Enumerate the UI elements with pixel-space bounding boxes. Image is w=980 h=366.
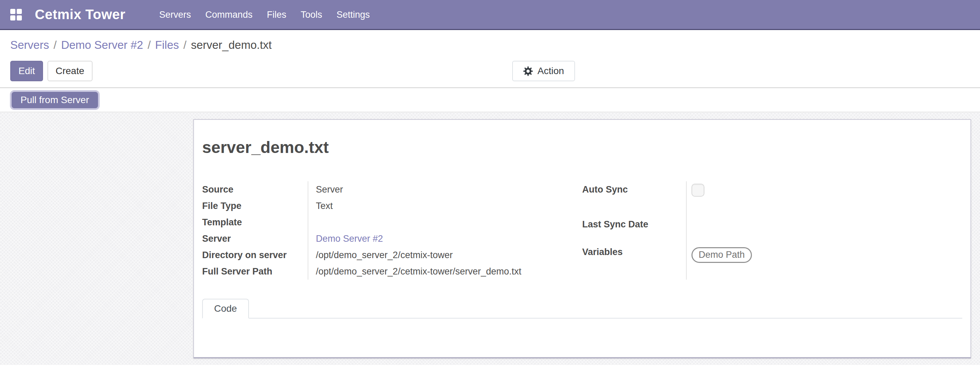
auto-sync-checkbox	[692, 184, 705, 197]
apps-grid-square	[17, 15, 22, 21]
breadcrumb: Servers / Demo Server #2 / Files / serve…	[10, 38, 970, 53]
nav-item-tools[interactable]: Tools	[293, 0, 329, 30]
notebook-tabs: Code	[202, 299, 962, 318]
apps-grid-icon[interactable]	[10, 9, 22, 21]
gear-icon	[523, 66, 533, 76]
field-label-server: Server	[202, 231, 308, 247]
field-label-directory: Directory on server	[202, 247, 308, 263]
apps-grid-square	[10, 9, 15, 14]
field-table-right: Auto Sync Last Sync Date Variables Demo …	[582, 181, 962, 280]
apps-grid-square	[17, 9, 22, 14]
breadcrumb-current: server_demo.txt	[191, 38, 272, 53]
breadcrumb-separator: /	[143, 38, 155, 53]
field-label-source: Source	[202, 181, 308, 198]
nav-item-commands[interactable]: Commands	[198, 0, 259, 30]
field-value-source: Server	[316, 183, 582, 196]
field-row-auto-sync: Auto Sync	[582, 181, 962, 216]
field-value-server-link[interactable]: Demo Server #2	[316, 234, 383, 244]
field-label-full-path: Full Server Path	[202, 263, 308, 280]
nav-item-files[interactable]: Files	[259, 0, 293, 30]
breadcrumb-separator: /	[179, 38, 191, 53]
field-row-full-path: Full Server Path /opt/demo_server_2/cetm…	[202, 263, 582, 280]
field-row-file-type: File Type Text	[202, 198, 582, 214]
field-table-left: Source Server File Type Text Template Se…	[202, 181, 582, 280]
field-label-template: Template	[202, 214, 308, 231]
action-button-label: Action	[538, 65, 564, 76]
field-value-full-path: /opt/demo_server_2/cetmix-tower/server_d…	[316, 265, 582, 278]
button-row: Edit Create Action	[10, 61, 970, 81]
field-label-file-type: File Type	[202, 198, 308, 214]
nav-item-settings[interactable]: Settings	[329, 0, 377, 30]
field-value-last-sync-date	[692, 218, 962, 231]
field-row-directory: Directory on server /opt/demo_server_2/c…	[202, 247, 582, 263]
variable-tag-demo-path: Demo Path	[692, 247, 752, 263]
create-button[interactable]: Create	[48, 61, 92, 81]
field-group: Source Server File Type Text Template Se…	[202, 181, 962, 280]
field-value-directory: /opt/demo_server_2/cetmix-tower	[316, 249, 582, 261]
navbar-menu: Servers Commands Files Tools Settings	[152, 0, 377, 30]
field-row-last-sync-date: Last Sync Date	[582, 216, 962, 244]
record-title: server_demo.txt	[202, 138, 962, 158]
form-sheet: server_demo.txt Source Server File Type …	[193, 119, 971, 358]
edit-button[interactable]: Edit	[10, 61, 43, 81]
field-label-auto-sync: Auto Sync	[582, 181, 686, 216]
tab-code[interactable]: Code	[202, 299, 249, 318]
brand-title[interactable]: Cetmix Tower	[35, 7, 125, 22]
breadcrumb-link-demo-server[interactable]: Demo Server #2	[61, 38, 143, 53]
field-label-last-sync-date: Last Sync Date	[582, 216, 686, 244]
action-button[interactable]: Action	[512, 61, 575, 81]
field-value-file-type: Text	[316, 200, 582, 212]
field-row-variables: Variables Demo Path	[582, 244, 962, 280]
apps-grid-square	[10, 15, 15, 21]
pull-from-server-button[interactable]: Pull from Server	[12, 92, 98, 108]
field-row-template: Template	[202, 214, 582, 231]
field-row-source: Source Server	[202, 181, 582, 198]
status-bar: Pull from Server	[0, 88, 980, 112]
breadcrumb-link-servers[interactable]: Servers	[10, 38, 49, 53]
breadcrumb-separator: /	[49, 38, 61, 53]
nav-item-servers[interactable]: Servers	[152, 0, 198, 30]
top-navbar: Cetmix Tower Servers Commands Files Tool…	[0, 0, 980, 30]
breadcrumb-link-files[interactable]: Files	[155, 38, 179, 53]
field-label-variables: Variables	[582, 244, 686, 280]
field-value-template	[316, 216, 582, 228]
field-row-server: Server Demo Server #2	[202, 231, 582, 247]
control-panel: Servers / Demo Server #2 / Files / serve…	[0, 30, 980, 88]
form-background: server_demo.txt Source Server File Type …	[0, 112, 980, 365]
